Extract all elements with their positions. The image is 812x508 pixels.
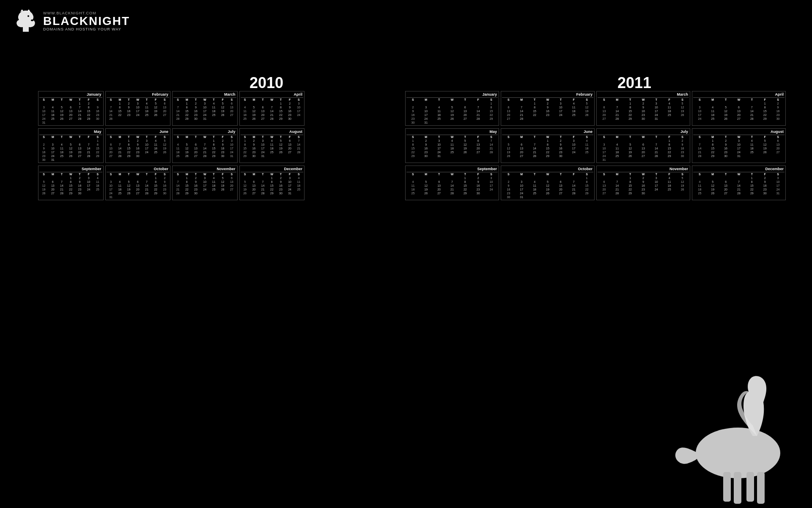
day-header: S (406, 98, 420, 102)
calendar-day: 7 (745, 105, 758, 109)
calendar-day: 25 (267, 150, 276, 154)
day-header: M (48, 172, 57, 176)
svg-point-2 (31, 19, 33, 21)
month-title: January (39, 92, 102, 98)
day-header: W (267, 172, 276, 176)
calendar-day: 6 (227, 102, 236, 105)
calendar-day: 17 (39, 113, 48, 117)
calendar-day: 13 (598, 109, 611, 113)
calendar-day: 16 (160, 184, 169, 188)
calendar-day: 11 (745, 143, 758, 146)
calendar-day (719, 102, 732, 105)
day-header: W (133, 135, 142, 139)
calendar-day: 1 (182, 102, 191, 105)
calendar-day: 13 (258, 109, 267, 113)
calendar-day: 26 (420, 191, 433, 195)
calendar-day: 10 (227, 143, 236, 146)
calendar-day: 7 (173, 180, 182, 184)
day-header: S (39, 172, 48, 176)
day-header: M (182, 98, 191, 102)
day-header: T (142, 98, 151, 102)
calendar-day: 24 (200, 188, 209, 191)
calendar-day: 28 (84, 154, 93, 158)
calendar-day: 14 (258, 184, 267, 188)
calendar-day: 25 (706, 117, 719, 121)
day-header: S (676, 172, 689, 176)
calendar-day: 4 (267, 139, 276, 143)
calendar-day: 26 (676, 113, 689, 117)
calendar-day: 19 (676, 109, 689, 113)
calendar-day: 22 (663, 150, 676, 154)
calendar-day: 3 (598, 143, 611, 146)
calendar-day: 1 (115, 102, 124, 105)
calendar-day: 25 (580, 150, 593, 154)
calendar-day: 18 (663, 109, 676, 113)
calendar-day: 28 (732, 191, 746, 195)
calendar-day: 10 (39, 109, 48, 113)
calendar-day: 30 (420, 154, 433, 158)
calendar-day: 6 (458, 105, 472, 109)
calendar-day (250, 102, 258, 105)
day-header: T (276, 98, 285, 102)
day-header: W (66, 135, 75, 139)
calendar-day: 22 (151, 188, 160, 191)
calendar-day (66, 102, 75, 105)
calendar-day: 13 (433, 184, 446, 188)
day-header: F (758, 98, 771, 102)
calendar-day: 24 (693, 117, 706, 121)
day-header: M (515, 172, 528, 176)
calendar-day: 1 (663, 139, 676, 143)
calendar-month: MarchSMTWTFS1234567891011121314151617181… (172, 91, 238, 126)
calendar-day: 28 (567, 191, 580, 195)
calendar-day: 4 (580, 139, 593, 143)
calendar-day: 18 (115, 188, 124, 191)
calendar-day: 6 (133, 180, 142, 184)
calendar-day (241, 102, 250, 105)
day-header: F (218, 98, 227, 102)
day-header: T (719, 172, 732, 176)
month-title: April (693, 92, 785, 98)
calendar-day: 6 (515, 143, 528, 146)
calendar-day: 6 (191, 143, 200, 146)
calendar-day: 4 (611, 143, 624, 146)
calendar-day: 26 (502, 154, 515, 158)
calendar-day: 28 (173, 117, 182, 121)
calendar-day: 7 (472, 105, 485, 109)
calendar-day: 24 (84, 188, 93, 191)
calendar-day: 13 (66, 109, 75, 113)
calendar-day (650, 139, 663, 143)
day-header: M (611, 98, 624, 102)
calendar-day: 1 (124, 139, 133, 143)
calendar-day: 8 (115, 105, 124, 109)
calendar-day: 23 (771, 113, 785, 117)
day-header: S (771, 135, 785, 139)
day-header: S (107, 172, 115, 176)
calendar-day: 3 (107, 180, 115, 184)
calendar-day: 13 (502, 109, 515, 113)
day-header: S (580, 98, 593, 102)
calendar-day: 3 (650, 102, 663, 105)
calendar-day (420, 176, 433, 180)
calendar-day: 26 (541, 191, 554, 195)
calendar-day: 12 (276, 143, 285, 146)
calendar-day: 29 (663, 154, 676, 158)
calendar-day: 30 (771, 117, 785, 121)
calendar-day (57, 102, 66, 105)
calendar-day: 7 (115, 143, 124, 146)
calendar-day: 12 (624, 146, 637, 150)
calendar-day: 10 (732, 143, 746, 146)
calendar-day: 24 (771, 188, 785, 191)
calendar-day: 6 (637, 143, 650, 146)
day-header: W (133, 172, 142, 176)
calendar-day: 5 (241, 180, 250, 184)
calendar-day (151, 195, 160, 199)
day-header: S (771, 172, 785, 176)
day-header: M (48, 135, 57, 139)
day-header: F (472, 135, 485, 139)
calendar-day: 25 (406, 191, 420, 195)
calendar-day: 14 (732, 184, 746, 188)
month-title: July (173, 130, 236, 135)
calendar-day: 15 (406, 146, 420, 150)
calendar-day: 24 (567, 150, 580, 154)
calendar-day: 12 (66, 146, 75, 150)
